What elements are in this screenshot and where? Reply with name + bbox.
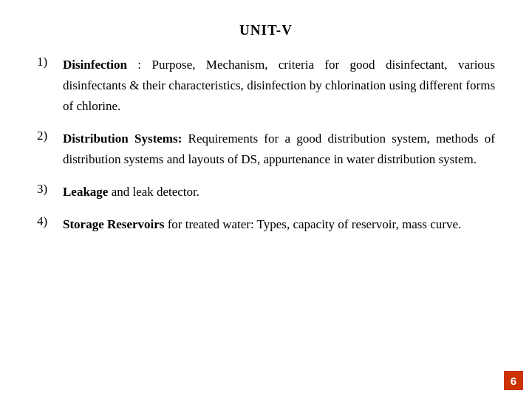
item-bold-1: Disinfection <box>63 58 127 72</box>
item-content-4: Storage Reservoirs for treated water: Ty… <box>63 214 495 235</box>
item-content-3: Leakage and leak detector. <box>63 182 495 202</box>
list-item: 2) Distribution Systems: Requirements fo… <box>37 129 495 170</box>
page-container: UNIT-V 1) Disinfection : Purpose, Mechan… <box>0 0 532 399</box>
item-text-3: and leak detector. <box>108 185 200 199</box>
content-list: 1) Disinfection : Purpose, Mechanism, cr… <box>37 55 495 235</box>
item-text-4: for treated water: Types, capacity of re… <box>164 217 461 231</box>
item-number-3: 3) <box>37 182 63 197</box>
item-bold-2: Distribution Systems: <box>63 132 182 146</box>
page-number-badge: 6 <box>504 371 523 390</box>
list-item: 4) Storage Reservoirs for treated water:… <box>37 214 495 235</box>
list-item: 3) Leakage and leak detector. <box>37 182 495 202</box>
item-text-1: : Purpose, Mechanism, criteria for good … <box>63 58 495 113</box>
list-item: 1) Disinfection : Purpose, Mechanism, cr… <box>37 55 495 117</box>
page-title: UNIT-V <box>37 22 495 38</box>
item-bold-4: Storage Reservoirs <box>63 217 164 231</box>
item-bold-3: Leakage <box>63 185 108 199</box>
item-number-4: 4) <box>37 214 63 229</box>
item-number-2: 2) <box>37 129 63 143</box>
item-number-1: 1) <box>37 55 63 69</box>
item-content-2: Distribution Systems: Requirements for a… <box>63 129 495 170</box>
item-content-1: Disinfection : Purpose, Mechanism, crite… <box>63 55 495 117</box>
